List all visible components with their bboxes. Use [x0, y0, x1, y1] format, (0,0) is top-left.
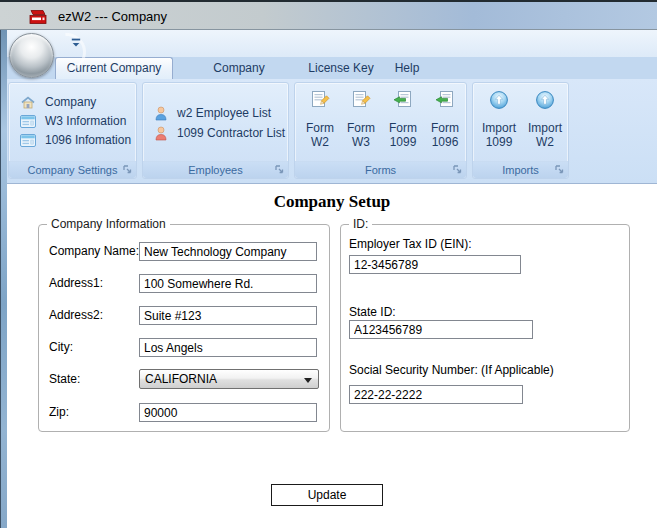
ribbon-item-label: W3 Information [45, 114, 126, 128]
ribbon-item-w2-employee-list[interactable]: w2 Employee List [143, 104, 288, 122]
dialog-launcher-icon[interactable] [452, 164, 463, 175]
ein-label: Employer Tax ID (EIN): [349, 237, 471, 251]
ribbon-group-company-settings: Company W3 Information [8, 82, 137, 179]
form-lines-icon [20, 134, 36, 147]
state-id-input[interactable] [349, 320, 533, 339]
home-icon [20, 95, 36, 110]
tab-company-management[interactable]: Company Management [180, 57, 298, 79]
ribbon-button-label: Form W2 [301, 121, 339, 149]
ribbon-group-forms: Form W2 Form W3 [294, 82, 467, 179]
state-select[interactable]: CALIFORNIA [139, 369, 319, 389]
quick-access-dropdown-icon[interactable] [70, 38, 82, 49]
id-legend: ID: [349, 217, 372, 231]
dialog-launcher-icon[interactable] [122, 164, 133, 175]
tab-help[interactable]: Help [385, 57, 429, 79]
ribbon-tab-row: Current Company Company Management Licen… [0, 57, 657, 79]
ribbon-button-label: Import 1099 [477, 121, 521, 149]
ribbon-button-label: Form 1096 [426, 121, 464, 149]
ribbon-group-imports: Import 1099 Import W2 Impo [472, 82, 569, 179]
company-name-label: Company Name: [49, 244, 139, 258]
ribbon-button-import-w2[interactable]: Import W2 [523, 87, 567, 161]
form-edit-icon [351, 90, 371, 113]
company-information-groupbox: Company Information Company Name: Addres… [38, 224, 330, 432]
titlebar: ezW2 --- Company [0, 0, 657, 30]
ribbon-group-label: Employees [143, 161, 288, 178]
ein-input[interactable] [349, 255, 521, 274]
id-groupbox: ID: Employer Tax ID (EIN): State ID: Soc… [340, 224, 630, 432]
city-input[interactable] [139, 338, 317, 357]
state-id-label: State ID: [349, 305, 396, 319]
ribbon-button-form-1099[interactable]: Form 1099 [384, 87, 422, 161]
ribbon-button-label: Import W2 [523, 121, 567, 149]
app-icon [28, 9, 48, 26]
update-button[interactable]: Update [271, 484, 383, 506]
form-lines-icon [20, 115, 36, 128]
chevron-down-icon [304, 378, 312, 383]
ribbon-group-label: Forms [295, 161, 466, 178]
ribbon-item-label: 1099 Contractor List [177, 126, 285, 140]
import-orb-icon [489, 90, 509, 113]
ribbon-group-label: Company Settings [9, 161, 136, 178]
ssn-input[interactable] [349, 385, 523, 404]
ssn-label: Social Security Number: (If Applicable) [349, 363, 554, 377]
ribbon-button-form-1096[interactable]: Form 1096 [426, 87, 464, 161]
address2-input[interactable] [139, 306, 317, 325]
ribbon-group-employees: w2 Employee List 1099 Contractor List Em… [142, 82, 289, 179]
form-import-icon [393, 90, 413, 113]
tab-license-key[interactable]: License Key [303, 57, 379, 79]
main-content: Company Setup Company Information Compan… [7, 184, 657, 528]
ribbon-button-import-1099[interactable]: Import 1099 [477, 87, 521, 161]
state-select-value: CALIFORNIA [145, 372, 217, 386]
city-label: City: [49, 340, 73, 354]
ribbon-item-company[interactable]: Company [9, 93, 136, 111]
ribbon-item-w3-information[interactable]: W3 Information [9, 112, 136, 130]
person-blue-icon [154, 106, 168, 121]
ribbon-item-label: 1096 Infomation [45, 133, 131, 147]
form-edit-icon [310, 90, 330, 113]
ribbon-item-1099-contractor-list[interactable]: 1099 Contractor List [143, 124, 288, 142]
address1-input[interactable] [139, 274, 317, 293]
zip-input[interactable] [139, 403, 317, 422]
ribbon-button-form-w3[interactable]: Form W3 [342, 87, 380, 161]
state-label: State: [49, 372, 80, 386]
company-name-input[interactable] [139, 242, 317, 261]
dialog-launcher-icon[interactable] [554, 164, 565, 175]
app-window: ezW2 --- Company Current Company Company… [0, 0, 657, 528]
ribbon-body: Company W3 Information [0, 79, 657, 184]
ribbon-button-label: Form 1099 [384, 121, 422, 149]
address1-label: Address1: [49, 276, 103, 290]
window-left-border [0, 30, 7, 528]
form-import-icon [435, 90, 455, 113]
application-orb-button[interactable] [9, 33, 54, 78]
person-red-icon [154, 126, 168, 141]
ribbon-item-1096-infomation[interactable]: 1096 Infomation [9, 131, 136, 149]
ribbon-item-label: Company [45, 95, 96, 109]
ribbon-item-label: w2 Employee List [177, 106, 271, 120]
dialog-launcher-icon[interactable] [274, 164, 285, 175]
quick-access-toolbar [0, 30, 657, 57]
address2-label: Address2: [49, 308, 103, 322]
company-information-legend: Company Information [47, 217, 170, 231]
import-orb-icon [535, 90, 555, 113]
page-title: Company Setup [7, 192, 657, 212]
zip-label: Zip: [49, 405, 69, 419]
ribbon-button-form-w2[interactable]: Form W2 [301, 87, 339, 161]
ribbon-button-label: Form W3 [342, 121, 380, 149]
window-title: ezW2 --- Company [58, 2, 167, 32]
